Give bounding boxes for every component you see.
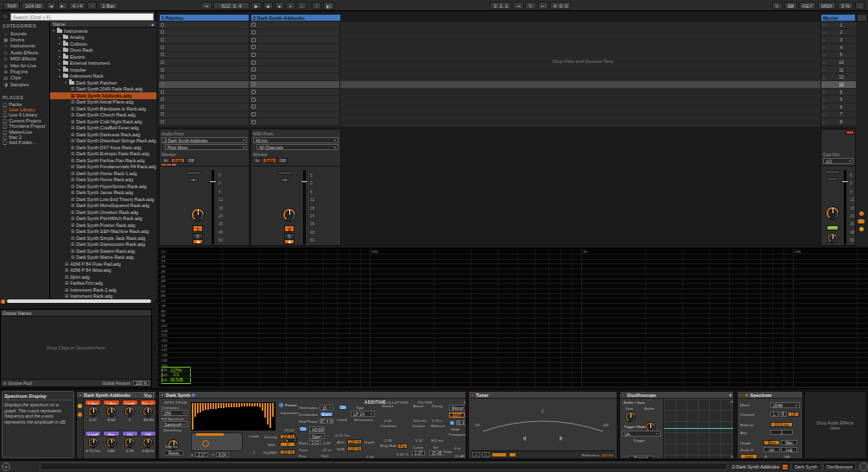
- stop-button[interactable]: ■: [263, 2, 273, 9]
- partial-bar[interactable]: [259, 403, 261, 407]
- tree-folder[interactable]: ▸Analog: [50, 35, 156, 41]
- refresh-value[interactable]: 60.0 ms: [770, 422, 793, 427]
- partial-bar[interactable]: [249, 403, 250, 406]
- m4l-edit-icon[interactable]: [192, 393, 195, 397]
- sidebar-item-audio-effects[interactable]: ◇Audio Effects: [3, 49, 49, 55]
- clip-slot[interactable]: [159, 81, 250, 89]
- tuner-title-bar[interactable]: Tuner: [469, 392, 617, 399]
- clip-slot[interactable]: [250, 111, 340, 119]
- clip-slot[interactable]: [159, 73, 250, 81]
- partial-bar[interactable]: [200, 403, 201, 412]
- xy-pad[interactable]: [191, 432, 243, 451]
- master-track-header[interactable]: Master: [820, 14, 856, 22]
- audio-from-select[interactable]: 2-Dark Synth Addivoks▾: [162, 137, 247, 143]
- macro-label-button[interactable]: OD: [122, 431, 138, 437]
- tree-file[interactable]: ⊞Dark Synth S&H Machine Rack.adg: [50, 229, 156, 236]
- tree-file[interactable]: ⊞Dark Synth Cold Night Rack.adg: [50, 118, 156, 125]
- tree-file[interactable]: ⊞Dark Synth Simple Jack Rack.adg: [50, 235, 156, 242]
- audio-from-channel-select[interactable]: Post Mixer▾: [165, 144, 247, 150]
- clip-slot[interactable]: [159, 44, 250, 52]
- sub-value[interactable]: 100 %: [347, 446, 362, 451]
- selected-track-label[interactable]: 2-Dark Synth Addivoks: [732, 464, 780, 469]
- macro-label-button[interactable]: X Axis: [85, 400, 101, 406]
- volume-fader-handle[interactable]: [209, 180, 217, 183]
- punch-out-button[interactable]: ↼: [538, 2, 548, 9]
- clip-record-icon[interactable]: [251, 120, 256, 124]
- rnd-phase-value[interactable]: 87.4 %: [320, 419, 333, 424]
- scene-launch[interactable]: ▷12: [820, 73, 856, 81]
- nudge-down-button[interactable]: ◂: [47, 2, 56, 9]
- macro-knob[interactable]: [106, 437, 117, 448]
- metronome-button[interactable]: ◔: [87, 2, 97, 9]
- volume-fader-handle[interactable]: [301, 180, 308, 183]
- vel-value[interactable]: 15 dB: [429, 450, 444, 456]
- rack-title-bar[interactable]: Dark Synth Addivoks Map: [77, 392, 155, 399]
- tree-folder[interactable]: ▸Collision: [50, 41, 156, 47]
- clip-record-icon[interactable]: [251, 45, 256, 49]
- avg-value[interactable]: 1: [770, 430, 793, 435]
- scene-launch[interactable]: ▷13: [820, 81, 856, 89]
- generators-select[interactable]: 16▾: [320, 405, 333, 411]
- device-chain-item-2[interactable]: Oscilloscope: [823, 463, 857, 470]
- partial-bar[interactable]: [210, 403, 212, 409]
- master-pan-knob[interactable]: [826, 206, 839, 220]
- clip-record-icon[interactable]: [251, 112, 256, 116]
- graph-max-button[interactable]: Max: [781, 440, 797, 445]
- tree-file[interactable]: ⊞Instrument Rack-2.adg: [50, 286, 156, 293]
- crossfade-a-button[interactable]: [859, 211, 864, 216]
- tree-header[interactable]: Name ▴: [50, 22, 156, 28]
- glide-time-value[interactable]: 91.8 ms: [456, 420, 466, 425]
- macro-knob[interactable]: [143, 406, 153, 417]
- cue-out-select[interactable]: 1/2▾: [823, 158, 853, 164]
- tree-file[interactable]: ⊞Dark Synth Low End Theory Rack.adg: [50, 196, 156, 203]
- curve-value[interactable]: 1.37: [412, 450, 425, 456]
- channel-r-button[interactable]: R: [779, 412, 787, 417]
- clip-stop-icon[interactable]: [161, 112, 164, 116]
- volume-display[interactable]: 0: [280, 178, 290, 182]
- tree-file[interactable]: ⊞Dark Synth Farfisa Flax Rack.adg: [50, 157, 156, 164]
- tree-file[interactable]: ⊞Dark Synth Darkness Rack.adg: [50, 131, 156, 138]
- tree-file[interactable]: ⊞Dark Synth HyperSonixx Rack.adg: [50, 183, 156, 190]
- clip-record-icon[interactable]: [251, 67, 256, 72]
- clip-stop-icon[interactable]: [161, 105, 164, 109]
- graph-bins-button[interactable]: Bins: [763, 440, 780, 445]
- tree-file[interactable]: ⊞Dark Synth Church Rack.adg: [50, 112, 156, 119]
- draw-mode-button[interactable]: ✎: [772, 2, 782, 9]
- reference-value[interactable]: 440 Hz: [601, 453, 613, 457]
- partial-bar[interactable]: [262, 403, 263, 411]
- partial-bar[interactable]: [218, 403, 219, 408]
- clip-stop-icon[interactable]: [161, 120, 164, 123]
- macro-knob[interactable]: [106, 406, 117, 417]
- clip-record-icon[interactable]: [251, 30, 256, 35]
- rack-macro-icon[interactable]: [782, 463, 789, 470]
- clip-record-icon[interactable]: [251, 90, 256, 94]
- tree-file[interactable]: ⊞Dark Synth Stanscroom Rack.adg: [50, 242, 156, 249]
- horizontal-scrollbar[interactable]: [7, 299, 151, 303]
- range-lo-value[interactable]: -8: [763, 455, 767, 459]
- clip-stop-icon[interactable]: [161, 46, 164, 49]
- clip-stop-icon[interactable]: [161, 30, 164, 34]
- clip-slot[interactable]: [250, 96, 340, 104]
- partial-bar[interactable]: [192, 403, 193, 430]
- fill-spectrum-select[interactable]: Sawtooth▾: [162, 421, 187, 427]
- clip-stop-icon[interactable]: [161, 68, 164, 72]
- tree-file[interactable]: ⊞Dark Synth Astral Plane.adg: [50, 99, 156, 106]
- clip-slot[interactable]: [159, 59, 250, 66]
- auto-button[interactable]: Auto: [740, 454, 757, 459]
- xy-pad-cursor[interactable]: [202, 440, 209, 447]
- macro-knob[interactable]: [88, 437, 98, 448]
- tree-file[interactable]: ⊞Dark Synth MonoSquared Rack.adg: [50, 203, 156, 210]
- sidebar-item-instruments[interactable]: ≈Instruments: [3, 43, 49, 49]
- midi-channel-select[interactable]: All Channels▾: [257, 144, 339, 150]
- crossfade-b-button[interactable]: [859, 227, 864, 231]
- env-mode-select[interactable]: ADSR▾: [309, 426, 325, 432]
- punch-in-button[interactable]: ⇀: [513, 2, 523, 9]
- clip-slot[interactable]: [250, 81, 340, 89]
- density-value[interactable]: 100 %: [280, 434, 295, 439]
- clip-slot[interactable]: [250, 36, 340, 44]
- partial-bar[interactable]: [241, 403, 243, 406]
- clip-slot[interactable]: [250, 29, 340, 37]
- monitor-auto-button[interactable]: Auto: [263, 158, 276, 163]
- partial-bar[interactable]: [254, 403, 256, 406]
- env-on-button[interactable]: On: [299, 426, 307, 431]
